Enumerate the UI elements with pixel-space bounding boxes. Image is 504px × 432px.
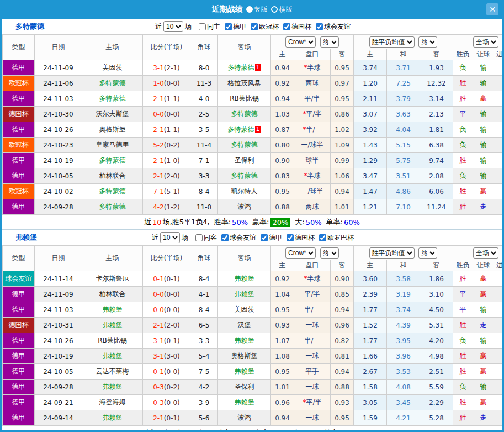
team-name: 多特蒙德	[228, 64, 254, 71]
cell-avg-away: 12.32	[420, 76, 453, 91]
match-row: 德甲24-09-14弗赖堡2-1(0-1)5-6波鸿0.94一球0.951.59…	[3, 410, 502, 426]
team-name: 弗赖堡	[235, 367, 254, 375]
same-venue-checkbox[interactable]	[199, 23, 206, 30]
team-name: 云达不莱梅	[96, 367, 129, 375]
cell-away-odds: 0.95	[331, 410, 354, 426]
summary-near: 近	[146, 428, 153, 430]
vertical-radio[interactable]	[246, 6, 253, 13]
average-odds-select[interactable]: 胜平负均值	[369, 247, 415, 259]
cell-handicap-result: 输	[473, 333, 494, 349]
league-checkbox-friendly[interactable]	[316, 23, 323, 30]
league-checkbox-bundesliga[interactable]	[261, 234, 268, 241]
same-venue-checkbox[interactable]	[195, 234, 203, 241]
fulltime-score: 2-1	[153, 126, 164, 134]
halftime-score: (2-0)	[164, 322, 180, 329]
match-count-select[interactable]: 10	[163, 21, 183, 32]
cell-handicap-result: 赢	[473, 91, 494, 107]
match-row: 德甲24-11-09柏林联合0-0(0-0)4-1弗赖堡1.04平/半0.852…	[3, 287, 502, 302]
cell-away-odds: 0.93	[331, 395, 354, 410]
halftime-score: (5-1)	[164, 188, 180, 196]
fulltime-score: 0-1	[153, 275, 164, 283]
cell-competition: 德甲	[3, 395, 35, 410]
big-rate-label: 大:	[295, 217, 304, 227]
cell-avg-home: 2.67	[354, 364, 387, 380]
handicap-star: *	[304, 172, 307, 180]
odds-company-select[interactable]: Crow*	[285, 36, 316, 48]
summary-bar: 近10场,胜6平2负2, 胜率:60% 赢率:50% 大:40% 单率:60%	[2, 426, 502, 430]
subcol-goals: 进球数	[494, 49, 502, 60]
cell-competition: 德甲	[3, 60, 35, 76]
layout-option-horizontal[interactable]: 横版	[271, 5, 293, 14]
cell-handicap: 半/一	[294, 302, 331, 318]
cell-handicap: 一/球半	[294, 138, 331, 153]
league-checkbox-ucl[interactable]	[251, 23, 258, 30]
horizontal-radio[interactable]	[271, 6, 278, 13]
cell-avg-home: 3.47	[354, 168, 387, 184]
cell-result: 胜	[453, 395, 473, 410]
league-label: 欧冠杯	[259, 22, 279, 31]
cell-handicap-result: 输	[473, 60, 494, 76]
cell-away-odds: 1.09	[331, 138, 354, 153]
period-select[interactable]: 全场	[473, 247, 498, 259]
cell-result: 负	[453, 122, 473, 138]
cell-home-odds: 0.95	[271, 184, 294, 199]
cell-avg-away: 3.14	[420, 91, 453, 107]
match-row: 德甲24-10-26奥格斯堡2-1(1-1)3-5多特蒙德10.87*半/一1.…	[3, 122, 502, 138]
team-name: 多特蒙德	[231, 172, 258, 180]
summary-record: 场,胜5平1负4,	[163, 217, 210, 227]
league-checkbox-bundesliga[interactable]	[225, 23, 232, 30]
cell-score: 7-1(5-1)	[143, 184, 190, 199]
match-row: 德国杯24-10-31弗赖堡2-1(2-0)6-5汉堡0.93一球0.961.5…	[3, 318, 502, 333]
red-card-badge: 1	[255, 126, 261, 133]
cell-avg-away: 9.74	[420, 153, 453, 168]
cell-avg-draw: 3.45	[387, 395, 420, 410]
handicap-star: *	[303, 398, 306, 406]
match-row: 德甲24-11-03弗赖堡0-0(0-0)8-4美因茨0.95半/一0.941.…	[3, 302, 502, 318]
result-group-header: 全场	[453, 246, 502, 260]
layout-option-vertical[interactable]: 竖版	[246, 5, 268, 14]
league-checkbox-friendly[interactable]	[221, 234, 229, 241]
period-select[interactable]: 全场	[473, 36, 498, 48]
cell-avg-home: 3.60	[354, 271, 387, 287]
cell-avg-draw: 3.96	[387, 349, 420, 364]
cell-away-odds: 0.96	[331, 318, 354, 333]
cell-competition: 球会友谊	[3, 271, 35, 287]
fulltime-score: 2-1	[153, 95, 164, 103]
average-odds-select[interactable]: 胜平负均值	[369, 36, 415, 48]
cell-home-team: 多特蒙德	[82, 76, 143, 91]
dialog-title: 近期战绩	[212, 4, 243, 14]
fulltime-score: 2-1	[153, 322, 164, 329]
cell-corners: 4-1	[190, 287, 218, 302]
match-row: 球会友谊24-11-14卡尔斯鲁厄0-1(0-1)8-4弗赖堡0.92*半球0.…	[3, 271, 502, 287]
cell-avg-home: 2.11	[354, 91, 387, 107]
cell-date: 24-10-31	[35, 318, 82, 333]
cell-home-team: 多特蒙德	[82, 91, 143, 107]
team-section-away: 弗赖堡 近 10 场 同客 球会友谊 德甲 德国杯 欧罗巴杯	[2, 229, 502, 430]
subcol-odds-away: 客	[331, 49, 354, 60]
fulltime-score: 0-0	[153, 306, 164, 314]
average-time-select[interactable]: 终	[418, 36, 437, 48]
fulltime-score: 0-3	[153, 399, 164, 407]
close-button[interactable]: ✕	[486, 3, 498, 15]
league-checkbox-europa[interactable]	[319, 234, 326, 241]
dialog-titlebar: 近期战绩 竖版 横版 ✕	[2, 0, 502, 19]
average-time-select[interactable]: 终	[418, 247, 437, 259]
big-rate-value: 50%	[306, 218, 322, 226]
cell-avg-away: 5.31	[420, 318, 453, 333]
cell-home-odds: 0.92	[271, 76, 294, 91]
cell-corners: 4-2	[190, 380, 218, 395]
cell-home-team: 海登海姆	[82, 395, 143, 410]
odds-time-select[interactable]: 终	[320, 36, 339, 48]
cell-goals-result: 大	[494, 380, 502, 395]
odds-time-select[interactable]: 终	[320, 247, 339, 259]
cell-away-odds: 0.82	[331, 333, 354, 349]
cell-away-team: 波鸿	[218, 410, 271, 426]
team-name: 卡尔斯鲁厄	[96, 275, 129, 282]
odds-company-select[interactable]: Crow*	[285, 247, 316, 259]
match-count-select[interactable]: 10	[160, 232, 180, 243]
league-checkbox-dfb-pokal[interactable]	[283, 23, 290, 30]
cell-competition: 德甲	[3, 410, 35, 426]
league-checkbox-dfb-pokal[interactable]	[287, 234, 294, 241]
cell-date: 24-11-06	[35, 76, 82, 91]
cell-competition: 欧冠杯	[3, 184, 35, 199]
